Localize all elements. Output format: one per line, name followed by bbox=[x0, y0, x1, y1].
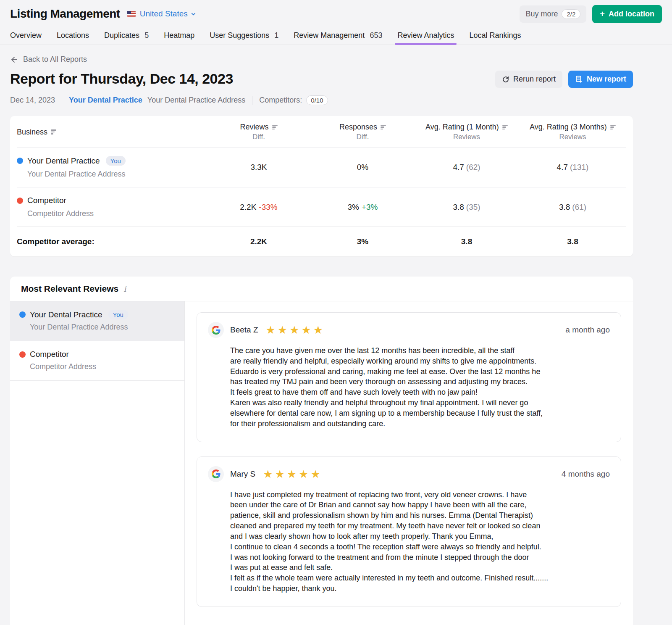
business-name: Competitor bbox=[27, 196, 66, 205]
us-flag-icon bbox=[127, 11, 136, 17]
most-relevant-reviews-section: Most Relevant Reviews i Your Dental Prac… bbox=[10, 277, 633, 625]
duplicates-count: 5 bbox=[144, 31, 149, 40]
arrow-left-icon bbox=[10, 55, 18, 64]
avg-rating-3-months-value: 3.8 bbox=[519, 237, 626, 246]
summary-label: Competitor average: bbox=[17, 237, 206, 246]
section-title: Most Relevant Reviews bbox=[21, 284, 118, 294]
star-rating-icons: ★★★★★ bbox=[266, 324, 326, 335]
new-report-button[interactable]: New report bbox=[568, 71, 633, 88]
avg-rating-1-month-value: 3.8 bbox=[414, 237, 519, 246]
rerun-report-label: Rerun report bbox=[513, 75, 556, 84]
buy-more-button[interactable]: Buy more 2/2 bbox=[520, 5, 586, 23]
competitor-dot-icon bbox=[17, 198, 23, 204]
sort-icon bbox=[610, 125, 616, 130]
back-link[interactable]: Back to All Reports bbox=[10, 55, 633, 64]
practice-dot-icon bbox=[17, 158, 23, 164]
review-card: Mary S ★★★★★ 4 months ago I have just co… bbox=[197, 456, 621, 607]
comparison-table: Business Reviews Diff. Responses Diff. A… bbox=[10, 116, 633, 256]
business-address: Your Dental Practice Address bbox=[27, 170, 206, 179]
google-logo-icon bbox=[208, 322, 224, 338]
tab-overview[interactable]: Overview bbox=[10, 26, 42, 45]
reviews-value: 2.2K-33% bbox=[206, 203, 311, 212]
new-report-label: New report bbox=[587, 75, 626, 84]
nav-tabs: Overview Locations Duplicates5 Heatmap U… bbox=[0, 26, 672, 45]
back-link-label: Back to All Reports bbox=[23, 55, 87, 64]
review-text: The care you have given me over the last… bbox=[230, 345, 610, 429]
reviews-sidebar: Your Dental Practice You Your Dental Pra… bbox=[10, 301, 185, 625]
sort-icon bbox=[381, 125, 386, 130]
sidebar-item-name: Your Dental Practice bbox=[30, 310, 102, 319]
sidebar-item-address: Competitor Address bbox=[30, 362, 176, 371]
info-icon[interactable]: i bbox=[123, 284, 126, 293]
review-author: Mary S bbox=[230, 469, 255, 479]
add-location-button[interactable]: + Add location bbox=[592, 5, 662, 23]
review-card: Beeta Z ★★★★★ a month ago The care you h… bbox=[197, 312, 621, 442]
sidebar-item-address: Your Dental Practice Address bbox=[30, 323, 176, 332]
tab-review-management[interactable]: Review Management653 bbox=[294, 26, 382, 45]
column-header-business[interactable]: Business bbox=[17, 128, 206, 137]
review-text: I have just completed my treatment of re… bbox=[230, 490, 610, 594]
practice-address: Your Dental Practice Address bbox=[147, 96, 245, 105]
rating-3-months-value: 4.7(131) bbox=[519, 163, 626, 172]
refresh-icon bbox=[502, 76, 509, 83]
competitor-dot-icon bbox=[19, 351, 26, 358]
tab-user-suggestions[interactable]: User Suggestions1 bbox=[210, 26, 278, 45]
report-date: Dec 14, 2023 bbox=[10, 96, 55, 105]
rating-3-months-value: 3.8(61) bbox=[519, 203, 626, 212]
report-meta: Dec 14, 2023 Your Dental Practice Your D… bbox=[10, 95, 633, 105]
table-row-your-practice: Your Dental Practice You Your Dental Pra… bbox=[17, 147, 626, 187]
page-title: Report for Thursday, Dec 14, 2023 bbox=[10, 71, 233, 87]
app-title: Listing Management bbox=[10, 7, 120, 21]
business-name: Your Dental Practice bbox=[27, 156, 100, 166]
google-logo-icon bbox=[208, 466, 224, 482]
responses-value: 0% bbox=[311, 163, 414, 172]
new-report-icon bbox=[575, 75, 583, 83]
tab-local-rankings[interactable]: Local Rankings bbox=[469, 26, 521, 45]
rerun-report-button[interactable]: Rerun report bbox=[495, 71, 562, 88]
tab-heatmap[interactable]: Heatmap bbox=[164, 26, 194, 45]
review-management-count: 653 bbox=[370, 31, 382, 40]
plus-icon: + bbox=[600, 10, 605, 18]
sort-icon bbox=[502, 125, 508, 130]
tab-locations[interactable]: Locations bbox=[57, 26, 89, 45]
table-row-competitor-average: Competitor average: 2.2K 3% 3.8 3.8 bbox=[17, 227, 626, 256]
competitors-label: Competitors: bbox=[259, 96, 302, 105]
tab-duplicates[interactable]: Duplicates5 bbox=[104, 26, 149, 45]
reviews-list: Beeta Z ★★★★★ a month ago The care you h… bbox=[185, 301, 633, 625]
review-date: a month ago bbox=[565, 325, 610, 335]
business-address: Competitor Address bbox=[27, 209, 206, 218]
column-header-avg-rating-3-months[interactable]: Avg. Rating (3 Months) Reviews bbox=[519, 123, 626, 141]
add-location-label: Add location bbox=[609, 10, 654, 18]
sort-icon bbox=[272, 125, 278, 130]
competitors-count-badge: 0/10 bbox=[306, 95, 328, 105]
star-rating-icons: ★★★★★ bbox=[263, 469, 323, 480]
avg-responses-value: 3% bbox=[311, 237, 414, 246]
column-header-reviews[interactable]: Reviews Diff. bbox=[206, 123, 311, 141]
table-row-competitor: Competitor Competitor Address 2.2K-33% 3… bbox=[17, 187, 626, 227]
location-selector[interactable]: United States bbox=[140, 9, 197, 18]
you-badge: You bbox=[106, 156, 126, 166]
rating-1-month-value: 3.8(35) bbox=[414, 203, 519, 212]
sidebar-item-your-practice[interactable]: Your Dental Practice You Your Dental Pra… bbox=[10, 301, 184, 341]
divider bbox=[62, 96, 62, 105]
buy-more-label: Buy more bbox=[525, 10, 558, 18]
locations-quota-badge: 2/2 bbox=[562, 9, 580, 19]
sidebar-item-competitor[interactable]: Competitor Competitor Address bbox=[10, 341, 184, 381]
sort-icon bbox=[51, 129, 56, 134]
review-date: 4 months ago bbox=[562, 469, 610, 479]
review-author: Beeta Z bbox=[230, 325, 258, 335]
column-header-avg-rating-1-month[interactable]: Avg. Rating (1 Month) Reviews bbox=[414, 123, 519, 141]
responses-value: 3%+3% bbox=[311, 203, 414, 212]
practice-dot-icon bbox=[19, 311, 26, 318]
you-badge: You bbox=[108, 310, 128, 319]
rating-1-month-value: 4.7(62) bbox=[414, 163, 519, 172]
reviews-value: 3.3K bbox=[206, 163, 311, 172]
practice-link[interactable]: Your Dental Practice bbox=[69, 96, 142, 105]
divider bbox=[252, 96, 252, 105]
user-suggestions-count: 1 bbox=[274, 31, 278, 40]
column-header-responses[interactable]: Responses Diff. bbox=[311, 123, 414, 141]
avg-reviews-value: 2.2K bbox=[206, 237, 311, 246]
chevron-down-icon bbox=[190, 11, 197, 17]
tab-review-analytics[interactable]: Review Analytics bbox=[397, 26, 454, 45]
location-label: United States bbox=[140, 9, 188, 18]
